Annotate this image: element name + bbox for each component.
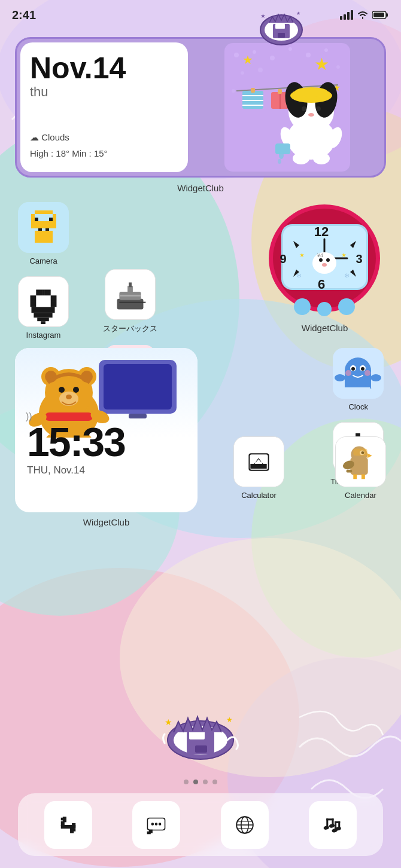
svg-text:6: 6 <box>318 277 325 292</box>
svg-rect-64 <box>31 214 35 218</box>
svg-text:★: ★ <box>296 11 300 16</box>
starbucks-icon <box>105 269 155 320</box>
music-dock-icon[interactable] <box>309 801 357 849</box>
svg-rect-137 <box>129 414 147 418</box>
phone-dock-icon[interactable] <box>44 801 92 849</box>
wifi-icon <box>357 10 369 20</box>
messages-icon <box>142 811 170 839</box>
svg-rect-18 <box>344 14 346 20</box>
svg-rect-43 <box>251 88 255 93</box>
safari-dock-icon[interactable] <box>221 801 269 849</box>
svg-text:★: ★ <box>299 252 305 258</box>
svg-rect-88 <box>51 301 57 307</box>
status-bar: 2:41 ★ ★ <box>0 0 401 30</box>
clock-app-icon <box>333 348 384 399</box>
status-time: 2:41 <box>12 8 36 22</box>
svg-rect-71 <box>31 218 35 221</box>
camera-app[interactable]: Camera <box>18 202 69 265</box>
svg-text:★: ★ <box>341 252 347 258</box>
widget-date-card: Nov.14 thu ☁ Clouds High : 18° Min : 15° <box>20 42 188 172</box>
svg-rect-76 <box>31 225 56 228</box>
svg-text:12: 12 <box>314 224 329 239</box>
svg-text:9: 9 <box>280 252 286 265</box>
mascot-logo-bottom: ★ ★ <box>162 707 239 761</box>
svg-rect-67 <box>42 210 45 214</box>
camera-icon <box>18 202 69 253</box>
widgetclub-mascot-bottom: ★ ★ <box>162 707 239 763</box>
svg-rect-136 <box>104 364 172 409</box>
svg-point-185 <box>260 461 262 464</box>
svg-point-164 <box>370 374 381 381</box>
widget-date: Nov.14 <box>30 53 178 83</box>
svg-point-27 <box>270 56 275 60</box>
svg-point-59 <box>293 152 309 164</box>
pompom-character: ★ ★ ★ <box>224 43 350 172</box>
page-dot-1 <box>184 780 189 784</box>
clock-label: Clock <box>348 402 368 411</box>
calculator-app[interactable]: Calculator <box>233 436 284 500</box>
messages-dock-icon[interactable] <box>132 801 180 849</box>
instagram-app[interactable]: Instagram <box>18 276 69 340</box>
svg-point-144 <box>59 387 65 393</box>
svg-text:❄: ❄ <box>296 272 302 279</box>
starbucks-app[interactable]: スターバックス <box>103 269 157 334</box>
svg-rect-74 <box>49 218 53 221</box>
svg-rect-17 <box>340 16 342 20</box>
svg-rect-20 <box>351 10 353 20</box>
svg-rect-193 <box>353 449 367 456</box>
svg-text:★: ★ <box>165 717 172 727</box>
svg-rect-79 <box>35 231 53 233</box>
svg-point-184 <box>255 461 257 464</box>
svg-point-126 <box>322 263 327 267</box>
safari-icon <box>231 811 259 839</box>
time-widget[interactable]: )) 15:33 THU, Nov.14 <box>15 348 198 512</box>
svg-point-124 <box>319 258 323 262</box>
time-display: 15:33 THU, Nov.14 <box>27 421 125 476</box>
svg-point-162 <box>364 370 370 376</box>
svg-rect-46 <box>278 89 282 94</box>
svg-rect-211 <box>72 829 75 832</box>
svg-text:❄: ❄ <box>344 272 350 279</box>
svg-rect-98 <box>119 295 141 297</box>
widget-club-label-1: WidgetClub <box>0 183 401 193</box>
weather-icon: ☁ <box>30 132 39 142</box>
widget-character: ★ ★ ★ <box>193 42 381 172</box>
instagram-label: Instagram <box>26 331 61 340</box>
svg-rect-219 <box>147 831 151 834</box>
tamagotchi-clock: 12 3 6 9 ★ ★ ¥4 ❄ ❄ <box>266 200 383 317</box>
svg-point-60 <box>313 152 330 164</box>
svg-point-145 <box>73 387 79 393</box>
clock-app[interactable]: Clock <box>330 348 386 411</box>
svg-point-34 <box>232 89 235 93</box>
svg-rect-87 <box>31 301 37 307</box>
svg-rect-97 <box>129 282 132 287</box>
svg-text:★: ★ <box>314 55 329 74</box>
svg-rect-73 <box>35 218 38 221</box>
svg-point-161 <box>345 370 351 376</box>
mascot-logo-top: ★ ★ <box>257 6 305 48</box>
calculator-label: Calculator <box>241 491 277 500</box>
svg-point-147 <box>66 395 72 399</box>
widget-weather-info: ☁ Clouds High : 18° Min : 15° <box>30 129 178 161</box>
svg-rect-82 <box>31 295 37 301</box>
calculator-icon <box>234 436 284 487</box>
svg-rect-196 <box>347 470 353 473</box>
svg-point-62 <box>278 159 281 164</box>
svg-rect-89 <box>31 307 54 313</box>
svg-point-31 <box>241 71 244 75</box>
svg-text:3: 3 <box>356 252 362 265</box>
widget-club-label-time: WidgetClub <box>15 517 198 527</box>
page-dot-3 <box>203 780 208 784</box>
top-widget[interactable]: Nov.14 thu ☁ Clouds High : 18° Min : 15°… <box>15 37 386 178</box>
svg-text:★: ★ <box>260 13 266 19</box>
svg-point-130 <box>317 302 332 316</box>
calendar-app[interactable]: Calendar <box>335 436 386 500</box>
clock-widget-container[interactable]: 12 3 6 9 ★ ★ ¥4 ❄ ❄ <box>266 200 383 317</box>
svg-point-159 <box>351 367 355 371</box>
svg-rect-69 <box>49 210 53 214</box>
svg-rect-195 <box>361 474 365 479</box>
svg-point-125 <box>326 258 330 262</box>
weather-temp: High : 18° Min : 15° <box>30 145 178 161</box>
dock <box>18 793 383 856</box>
starbucks-label: スターバックス <box>103 323 157 334</box>
